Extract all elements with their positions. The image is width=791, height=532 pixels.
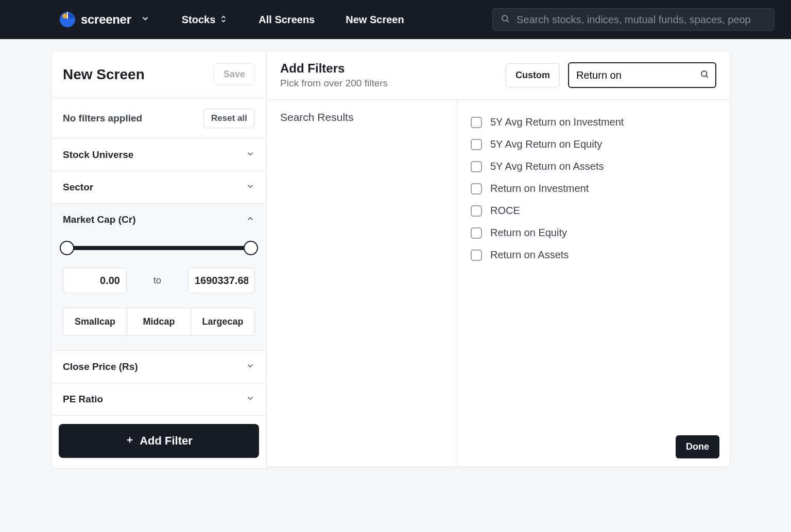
save-button[interactable]: Save — [214, 63, 255, 85]
section-label: Stock Universe — [63, 149, 133, 161]
section-label: Market Cap (Cr) — [63, 214, 135, 225]
add-filter-label: Add Filter — [140, 434, 193, 448]
search-icon — [501, 14, 510, 25]
add-filters-panel: Add Filters Pick from over 200 filters C… — [267, 50, 730, 467]
add-filter-button[interactable]: Add Filter — [59, 424, 259, 458]
screener-logo-icon — [59, 11, 76, 28]
cap-largecap-button[interactable]: Largecap — [191, 308, 254, 335]
slider-thumb-max[interactable] — [244, 241, 258, 255]
brand-name: screener — [81, 12, 131, 27]
range-to-label: to — [136, 275, 179, 286]
filter-option[interactable]: Return on Equity — [471, 222, 716, 244]
filter-option[interactable]: 5Y Avg Return on Investment — [471, 111, 716, 133]
chevron-down-icon — [246, 182, 255, 193]
range-max-input[interactable] — [188, 268, 255, 293]
filter-option[interactable]: ROCE — [471, 200, 716, 222]
section-label: PE Ratio — [63, 394, 103, 405]
global-search — [492, 8, 775, 31]
filter-option-label: Return on Equity — [490, 227, 567, 239]
checkbox-icon[interactable] — [471, 250, 482, 261]
filter-option-label: ROCE — [490, 205, 520, 217]
nav-all-screens[interactable]: All Screens — [249, 14, 324, 26]
screen-title: New Screen — [63, 66, 145, 83]
section-market-cap: Market Cap (Cr) to Smallcap Midcap Large… — [51, 204, 266, 351]
svg-line-4 — [507, 20, 508, 22]
svg-point-7 — [701, 71, 707, 77]
market-cap-slider[interactable] — [63, 239, 255, 257]
chevron-down-icon — [246, 149, 255, 161]
chevron-down-icon — [246, 361, 255, 373]
chevron-down-icon — [141, 14, 150, 25]
filter-search-input[interactable] — [568, 62, 716, 88]
plus-icon — [125, 434, 134, 448]
slider-thumb-min[interactable] — [60, 241, 74, 255]
cap-midcap-button[interactable]: Midcap — [127, 308, 191, 335]
checkbox-icon[interactable] — [471, 117, 482, 128]
cap-smallcap-button[interactable]: Smallcap — [63, 308, 127, 335]
checkbox-icon[interactable] — [471, 161, 482, 172]
section-sector[interactable]: Sector — [51, 171, 266, 204]
reset-all-button[interactable]: Reset all — [203, 109, 255, 128]
filter-option-label: 5Y Avg Return on Equity — [490, 138, 602, 150]
done-button[interactable]: Done — [676, 435, 719, 458]
section-close-price[interactable]: Close Price (Rs) — [51, 351, 266, 383]
nav-stocks-label: Stocks — [182, 14, 216, 26]
search-icon — [700, 69, 709, 81]
section-label: Sector — [63, 182, 93, 193]
filters-status-row: No filters applied Reset all — [51, 98, 266, 139]
section-pe-ratio[interactable]: PE Ratio — [51, 383, 266, 416]
top-navbar: screener Stocks All Screens New Screen — [0, 0, 791, 39]
add-filters-header: Add Filters Pick from over 200 filters C… — [267, 51, 730, 100]
screen-builder-panel: New Screen Save No filters applied Reset… — [51, 50, 267, 469]
filter-option-label: 5Y Avg Return on Investment — [490, 116, 624, 128]
add-filters-title: Add Filters — [280, 61, 497, 76]
range-min-input[interactable] — [63, 268, 127, 293]
updown-icon — [219, 14, 228, 26]
filter-option[interactable]: 5Y Avg Return on Assets — [471, 155, 716, 178]
search-results-heading: Search Results — [280, 111, 443, 123]
svg-line-8 — [706, 76, 708, 77]
nav-new-screen[interactable]: New Screen — [336, 14, 413, 26]
filter-option-label: 5Y Avg Return on Assets — [490, 161, 604, 172]
brand[interactable]: screener — [59, 11, 150, 28]
filter-options-list: 5Y Avg Return on Investment 5Y Avg Retur… — [457, 100, 730, 467]
checkbox-icon[interactable] — [471, 227, 482, 239]
cap-preset-group: Smallcap Midcap Largecap — [63, 308, 255, 336]
filter-option[interactable]: 5Y Avg Return on Equity — [471, 133, 716, 155]
filter-option[interactable]: Return on Investment — [471, 178, 716, 200]
global-search-input[interactable] — [492, 8, 775, 31]
svg-point-3 — [502, 15, 508, 21]
checkbox-icon[interactable] — [471, 139, 482, 150]
section-label: Close Price (Rs) — [63, 361, 138, 373]
results-section-column: Search Results — [267, 100, 457, 467]
filter-search — [568, 62, 716, 88]
chevron-up-icon[interactable] — [246, 214, 255, 225]
checkbox-icon[interactable] — [471, 205, 482, 217]
filter-option-label: Return on Assets — [490, 249, 569, 261]
slider-track — [65, 246, 253, 250]
range-inputs: to — [63, 268, 255, 293]
add-filters-subtitle: Pick from over 200 filters — [280, 78, 497, 89]
filter-option[interactable]: Return on Assets — [471, 244, 716, 266]
checkbox-icon[interactable] — [471, 183, 482, 194]
section-stock-universe[interactable]: Stock Universe — [51, 139, 266, 171]
filter-option-label: Return on Investment — [490, 183, 589, 194]
screen-header: New Screen Save — [51, 51, 266, 98]
svg-point-2 — [63, 14, 67, 19]
custom-filter-button[interactable]: Custom — [506, 63, 560, 87]
chevron-down-icon — [246, 394, 255, 405]
no-filters-label: No filters applied — [63, 113, 142, 124]
nav-stocks[interactable]: Stocks — [173, 14, 237, 26]
